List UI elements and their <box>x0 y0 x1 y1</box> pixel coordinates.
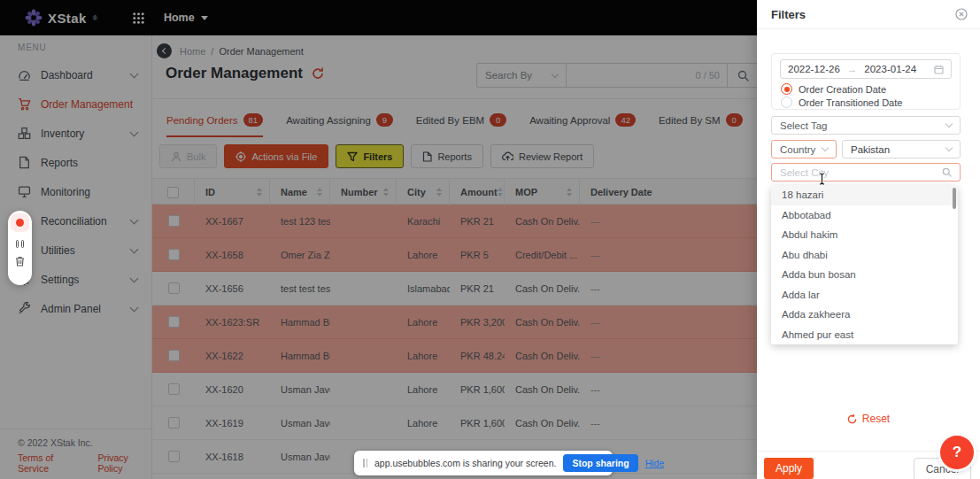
country-value: Pakistan <box>851 144 890 155</box>
filters-panel: Filters 2022-12-26 → 2023-01-24 Order Cr… <box>757 0 980 479</box>
filters-panel-title: Filters <box>771 8 806 21</box>
city-option[interactable]: 18 hazari <box>771 185 958 205</box>
stop-sharing-button[interactable]: Stop sharing <box>563 454 637 472</box>
close-icon[interactable] <box>955 8 968 20</box>
apply-button[interactable]: Apply <box>764 458 814 479</box>
record-dot-icon <box>16 219 24 227</box>
pause-icon[interactable] <box>16 240 25 248</box>
search-icon <box>942 167 952 177</box>
app-root: XStak ® Home MENU Dashboard <box>0 0 980 479</box>
help-button[interactable]: ? <box>940 436 974 469</box>
reset-label: Reset <box>862 413 890 425</box>
date-to: 2023-01-24 <box>864 64 916 74</box>
city-option[interactable]: Adda lar <box>771 285 958 305</box>
chevron-down-icon <box>945 144 953 151</box>
drag-handle-icon[interactable] <box>363 459 367 467</box>
radio-unselected-icon <box>781 97 792 108</box>
radio-selected-icon <box>781 83 792 95</box>
reset-icon <box>847 414 857 424</box>
city-option[interactable]: Ahmed pur east <box>771 325 958 345</box>
city-dropdown-list: 18 hazari Abbotabad Abdul hakim Abu dhab… <box>771 185 958 344</box>
scrollbar-thumb[interactable] <box>953 188 956 209</box>
select-tag-dropdown[interactable]: Select Tag <box>771 116 961 135</box>
select-tag-placeholder: Select Tag <box>780 120 828 131</box>
trash-icon[interactable] <box>15 256 25 267</box>
city-placeholder: Select City <box>780 167 829 178</box>
radio-creation-label: Order Creation Date <box>799 84 886 95</box>
city-option[interactable]: Adda zakheera <box>771 305 958 325</box>
city-option[interactable]: Abbotabad <box>771 205 958 226</box>
hide-link[interactable]: Hide <box>645 458 665 468</box>
recording-widget <box>8 211 32 285</box>
record-button[interactable] <box>11 213 29 232</box>
date-range-picker[interactable]: 2022-12-26 → 2023-01-24 <box>780 59 952 79</box>
radio-transitioned-label: Order Transitioned Date <box>799 97 902 108</box>
date-arrow: → <box>847 64 858 74</box>
radio-order-transitioned-date[interactable]: Order Transitioned Date <box>781 97 902 108</box>
country-label: Country <box>780 144 815 155</box>
city-options: 18 hazari Abbotabad Abdul hakim Abu dhab… <box>771 185 958 344</box>
date-from: 2022-12-26 <box>788 64 840 74</box>
chevron-down-icon <box>945 120 953 127</box>
calendar-icon <box>934 65 944 74</box>
radio-order-creation-date[interactable]: Order Creation Date <box>781 83 886 95</box>
country-value-select[interactable]: Pakistan <box>842 140 961 158</box>
city-option[interactable]: Abdul hakim <box>771 225 958 245</box>
city-option[interactable]: Abu dhabi <box>771 245 958 266</box>
reset-filters-button[interactable]: Reset <box>757 413 980 425</box>
dim-overlay <box>0 0 757 479</box>
country-type-select[interactable]: Country <box>771 140 837 158</box>
share-message: app.usebubbles.com is sharing your scree… <box>374 458 556 468</box>
screen-share-bar: app.usebubbles.com is sharing your scree… <box>354 451 613 475</box>
chevron-down-icon <box>822 144 829 151</box>
date-filter-group: 2022-12-26 → 2023-01-24 Order Creation D… <box>771 53 961 110</box>
city-option[interactable]: Adda bun bosan <box>771 265 958 285</box>
city-search-input[interactable]: Select City <box>771 163 961 182</box>
